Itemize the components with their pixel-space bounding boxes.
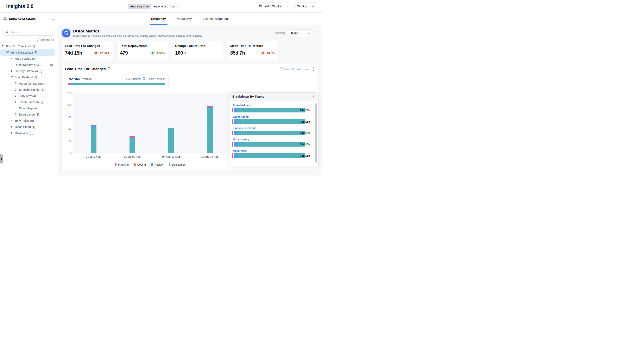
info-icon[interactable] (108, 67, 110, 71)
toggle-first-org-tree[interactable]: First Org Tree (128, 4, 151, 9)
chevron-right-icon[interactable] (11, 120, 13, 122)
showing-value: Mean (291, 32, 298, 35)
chevron-down-icon[interactable] (2, 45, 4, 48)
tree-item-anna-scozzafava-7[interactable]: Anna Scozzafava (7) (0, 49, 55, 56)
team-stacked-bar[interactable]: 74d 15h (232, 153, 306, 158)
chevron-down-icon (286, 5, 288, 8)
panel-scrollbar[interactable] (316, 103, 317, 162)
granularity-select[interactable]: Weekly (294, 2, 317, 10)
trend-up-icon (260, 51, 266, 56)
tree-item-label: Lindsay Liszewski (8) (15, 70, 42, 73)
chevron-down-icon[interactable] (11, 76, 13, 79)
team-name-link[interactable]: Maya Yette (233, 149, 312, 152)
org-tree-toggle: First Org Tree Second Org Tree (127, 3, 178, 10)
toggle-second-org-tree[interactable]: Second Org Tree (151, 4, 177, 9)
review-segment (70, 83, 74, 85)
sidebar-collapse-handle[interactable] (0, 154, 3, 164)
team-row-jason-stead: Jason Stead74d 15h (232, 115, 312, 124)
review-segment (234, 119, 238, 124)
chevron-right-icon[interactable] (11, 58, 13, 60)
search-box (3, 29, 54, 36)
deployment-segment (238, 119, 306, 124)
tree-item-lindsay-liszewski-8[interactable]: Lindsay Liszewski (8) (0, 68, 55, 74)
tree-item-brian-kirkland-6[interactable]: Brian Kirkland (6) (0, 74, 55, 80)
review-segment (234, 153, 238, 158)
sidebar-header[interactable]: Anna Scozzafava (0, 13, 58, 26)
main-tabs: EfficiencyProductivityBusiness Alignment (58, 13, 322, 25)
metric-card-total-deployments: Total Deployments4793.68% (116, 41, 168, 60)
tree-item-doug-lange-3[interactable]: Doug Lange (3) (0, 111, 55, 118)
team-stacked-bar[interactable]: 74d 15h (232, 131, 306, 135)
chevron-right-icon[interactable] (15, 89, 18, 91)
metric-card-value-row: 4793.68% (120, 50, 164, 56)
showing-select[interactable]: Mean (288, 29, 313, 37)
search-input[interactable] (10, 31, 52, 34)
filter-sliders-icon[interactable] (50, 107, 53, 110)
tree-item-direct-reports-of-a[interactable]: Direct Reports of A... (0, 62, 55, 68)
x-axis-label: 28 Jul-03 Aug (124, 155, 141, 158)
chevron-right-icon[interactable] (15, 113, 18, 116)
tree-item-label: Jason Stead (4) (15, 125, 35, 129)
legend-item-deployment: Deployment (169, 163, 186, 166)
metric-card-title: Change Failure Rate (175, 44, 220, 48)
app-title: Insights 2.0 (6, 3, 34, 9)
stacked-bar-21-jul-27-jul[interactable] (91, 125, 96, 153)
team-name-link[interactable]: Mary Lowery (233, 138, 312, 141)
tree-item-first-org-tree-root-1[interactable]: First Org Tree Root (1) (0, 43, 55, 49)
tab-business-alignment[interactable]: Business Alignment (201, 13, 229, 25)
team-stacked-bar[interactable]: 74d 15h (232, 142, 306, 147)
team-stacked-bar[interactable]: 74d 15h (232, 108, 306, 112)
stacked-bar-28-jul-03-aug[interactable] (130, 136, 135, 153)
close-icon[interactable]: ✕ (312, 95, 315, 98)
chevron-up-icon[interactable] (51, 17, 54, 21)
team-row-maya-yette: Maya Yette74d 15h (232, 149, 312, 158)
team-name-link[interactable]: Lindsay Liszewski (233, 127, 312, 130)
tree-item-judy-saw-4[interactable]: Judy Saw (4) (0, 93, 55, 99)
tab-efficiency[interactable]: Efficiency (151, 13, 166, 25)
tree-item-sireesha-kunduri-7[interactable]: Sireesha Kunduri (7) (0, 87, 55, 93)
dora-menu-button[interactable] (316, 31, 318, 35)
tree-item-jason-stead-4[interactable]: Jason Stead (4) (0, 124, 55, 130)
org-tree: First Org Tree Root (1)Anna Scozzafava (… (0, 43, 58, 136)
average-period: Last 4 Weeks (149, 77, 165, 80)
expand-corners-icon (280, 67, 283, 71)
chevron-right-icon[interactable] (11, 126, 13, 128)
tree-item-jason-simpson-7[interactable]: Jason Simpson (7) (0, 99, 55, 105)
view-breakdown-button[interactable]: View Breakdown (280, 67, 309, 71)
tab-productivity[interactable]: Productivity (175, 13, 192, 25)
legend-swatch (115, 163, 116, 166)
chevron-right-icon[interactable] (15, 95, 18, 97)
team-name-link[interactable]: Jason Stead (233, 115, 312, 118)
metric-card-value-row: 100% (175, 50, 220, 56)
deployment-segment (91, 128, 96, 153)
tree-item-tony-pallas-5[interactable]: Tony Pallas (5) (0, 118, 55, 124)
arrow-right-icon (1, 158, 3, 160)
tree-item-direct-reports[interactable]: Direct Reports ... (0, 105, 55, 111)
tree-item-mary-lowery-6[interactable]: Mary Lowery (6) (0, 56, 55, 62)
chevron-down-icon[interactable] (6, 51, 9, 54)
metric-card-value-row: 85d 7h40.8% (230, 50, 275, 56)
team-name-link[interactable]: Brian Kirkland (233, 104, 312, 107)
metric-card-value: 74d 15h (65, 50, 82, 56)
chevron-right-icon[interactable] (15, 101, 18, 103)
chevron-down-icon (308, 32, 310, 35)
legend-label: Review (154, 163, 164, 166)
tree-item-label: Direct Reports ... (19, 107, 41, 110)
chart-menu-button[interactable] (312, 67, 315, 71)
team-row-mary-lowery: Mary Lowery74d 15h (232, 138, 312, 147)
tree-item-maya-yette-3[interactable]: Maya Yette (3) (0, 130, 55, 136)
chevron-right-icon[interactable] (11, 132, 13, 134)
stacked-bar-04-aug-10-aug[interactable] (168, 128, 174, 153)
chevron-right-icon[interactable] (11, 70, 13, 72)
info-icon[interactable] (142, 77, 146, 81)
stacked-bar-11-aug-17-aug[interactable] (207, 106, 213, 153)
tree-item-aaron-van-langen[interactable]: Aaron Van Langen... (0, 80, 55, 87)
review-segment (234, 142, 238, 147)
filter-sliders-icon[interactable] (50, 64, 53, 66)
tree-item-label: Jason Simpson (7) (19, 101, 43, 104)
date-range-select[interactable]: Last 4 Weeks (256, 2, 292, 10)
review-segment (234, 131, 238, 135)
team-stacked-bar[interactable]: 74d 15h (232, 119, 306, 124)
expand-all-button[interactable]: Expand All (0, 38, 54, 41)
chevron-right-icon[interactable] (15, 82, 18, 85)
